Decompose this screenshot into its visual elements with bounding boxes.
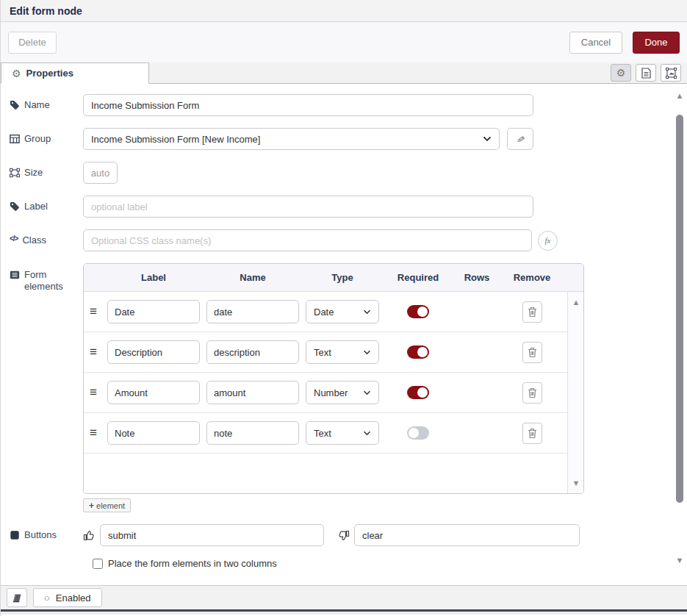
group-select[interactable]: Income Submission Form [New Income] [83, 128, 500, 150]
form-elements-field-label: Form elements [10, 263, 83, 293]
element-name-input[interactable] [206, 340, 299, 364]
required-toggle[interactable] [407, 345, 429, 359]
scroll-down-icon[interactable]: ▼ [675, 556, 685, 565]
dialog-footer: ○ Enabled [1, 585, 687, 612]
cancel-button[interactable]: Cancel [569, 32, 622, 54]
element-name-input[interactable] [206, 381, 299, 404]
size-button[interactable]: auto [83, 162, 118, 184]
status-circle-icon: ○ [44, 593, 50, 603]
delete-element-button[interactable] [522, 382, 542, 404]
add-element-button[interactable]: + element [83, 498, 131, 512]
element-label-input[interactable] [107, 381, 200, 404]
bottom-strip [1, 612, 687, 615]
tab-properties[interactable]: ⚙ Properties [1, 62, 149, 84]
fx-expression-button[interactable]: fx [538, 231, 558, 251]
delete-element-button[interactable] [522, 301, 542, 323]
node-help-button[interactable] [7, 588, 27, 607]
dialog-title: Edit form node [10, 5, 82, 17]
edit-form-node-dialog: Edit form node Delete Cancel Done ⚙ Prop… [0, 0, 687, 616]
form-elements-table: Label Name Type Required Rows Remove ≡ [83, 263, 584, 494]
delete-button[interactable]: Delete [8, 32, 57, 54]
required-toggle[interactable] [407, 386, 429, 399]
code-icon: </> [10, 234, 18, 243]
tab-description-icon-button[interactable] [636, 64, 656, 82]
drag-handle-icon[interactable]: ≡ [90, 426, 107, 440]
tab-icon-group: ⚙ [611, 64, 681, 82]
element-type-select[interactable]: Text [306, 340, 379, 364]
main-scrollbar[interactable]: ▲ ▼ [675, 91, 685, 578]
element-label-input[interactable] [107, 421, 200, 445]
name-field-row: Name [10, 94, 687, 116]
chevron-down-icon [363, 309, 371, 315]
label-field-label: Label [10, 200, 83, 212]
element-type-select[interactable]: Text [306, 421, 379, 445]
buttons-field-row: Buttons [10, 524, 687, 546]
edit-group-button[interactable]: ✎ [507, 128, 533, 150]
chevron-down-icon [363, 390, 371, 395]
scrollbar-thumb[interactable] [676, 115, 683, 503]
element-name-input[interactable] [206, 300, 299, 323]
node-enabled-toggle-button[interactable]: ○ Enabled [33, 588, 102, 607]
col-header-name: Name [206, 272, 299, 283]
element-type-select[interactable]: Number [306, 381, 379, 404]
form-elements-table-body: ≡ Date ≡ [84, 292, 583, 493]
table-scrollbar[interactable]: ▲ ▼ [567, 292, 583, 493]
clear-button-label-input[interactable] [354, 524, 580, 546]
done-button[interactable]: Done [633, 32, 680, 54]
trash-icon [528, 428, 537, 439]
enabled-label: Enabled [56, 592, 91, 604]
tab-appearance-icon-button[interactable] [661, 64, 681, 82]
trash-icon [528, 387, 537, 398]
col-header-rows: Rows [455, 272, 499, 283]
required-toggle[interactable] [407, 305, 429, 318]
required-toggle[interactable] [407, 426, 429, 440]
scroll-up-icon[interactable]: ▲ [675, 91, 685, 100]
tab-properties-icon-button[interactable]: ⚙ [611, 64, 631, 82]
class-field-row: </> Class fx [10, 229, 687, 251]
element-name-input[interactable] [206, 421, 299, 445]
col-header-type: Type [306, 272, 379, 283]
thumbs-up-icon [83, 529, 96, 542]
form-elements-editor: Label Name Type Required Rows Remove ≡ [83, 263, 584, 512]
chevron-down-icon [483, 136, 492, 142]
size-field-row: Size auto [10, 162, 687, 184]
form-elements-field-row: Form elements Label Name Type Required R… [10, 263, 687, 512]
thumbs-down-icon [337, 529, 350, 542]
form-element-row-amount: ≡ Number [84, 373, 583, 413]
plus-icon: + [89, 501, 94, 511]
delete-element-button[interactable] [522, 423, 542, 444]
tag-icon [10, 201, 20, 212]
drag-handle-icon[interactable]: ≡ [90, 304, 107, 319]
drag-handle-icon[interactable]: ≡ [90, 345, 107, 359]
properties-panel: Name Group Income Submission Form [New I… [1, 84, 687, 585]
name-input[interactable] [83, 94, 533, 116]
form-element-row-description: ≡ Text [84, 332, 583, 373]
submit-button-label-input[interactable] [100, 524, 324, 546]
label-field-row: Label [10, 196, 687, 218]
scroll-up-icon[interactable]: ▲ [568, 298, 584, 307]
trash-icon [528, 307, 537, 318]
square-icon [10, 530, 20, 540]
editor-tabbar: ⚙ Properties ⚙ [1, 62, 687, 84]
pencil-icon: ✎ [514, 134, 527, 143]
label-input[interactable] [83, 196, 533, 218]
two-columns-label: Place the form elements in two columns [108, 558, 277, 569]
element-type-select[interactable]: Date [306, 300, 379, 323]
element-label-input[interactable] [107, 340, 200, 364]
trash-icon [528, 347, 537, 358]
table-icon [10, 134, 20, 144]
form-element-row-note: ≡ Text [84, 413, 583, 454]
size-field-label: Size [10, 166, 83, 179]
list-icon [10, 270, 20, 280]
two-columns-checkbox[interactable] [93, 559, 103, 569]
drag-handle-icon[interactable]: ≡ [90, 385, 107, 400]
class-input[interactable] [83, 229, 532, 251]
scroll-down-icon[interactable]: ▼ [568, 479, 584, 487]
book-icon [12, 593, 22, 603]
gear-icon: ⚙ [616, 68, 626, 78]
delete-element-button[interactable] [522, 342, 542, 363]
group-field-label: Group [10, 132, 83, 145]
element-label-input[interactable] [107, 300, 200, 323]
tab-properties-label: Properties [26, 68, 73, 79]
buttons-field-label: Buttons [10, 529, 83, 541]
